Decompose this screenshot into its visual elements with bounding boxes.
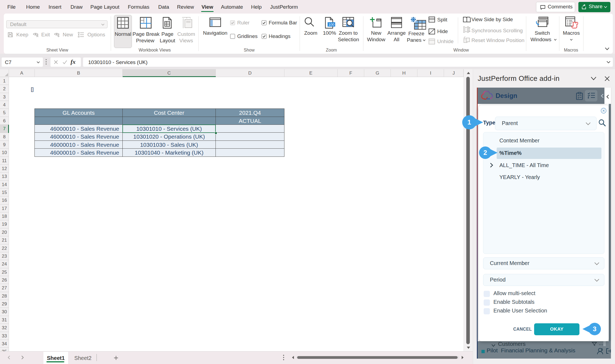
svg-text:100: 100 <box>328 23 334 27</box>
svg-text:2: 2 <box>483 149 487 156</box>
svg-text:3: 3 <box>593 325 596 333</box>
svg-text:1: 1 <box>467 119 471 126</box>
